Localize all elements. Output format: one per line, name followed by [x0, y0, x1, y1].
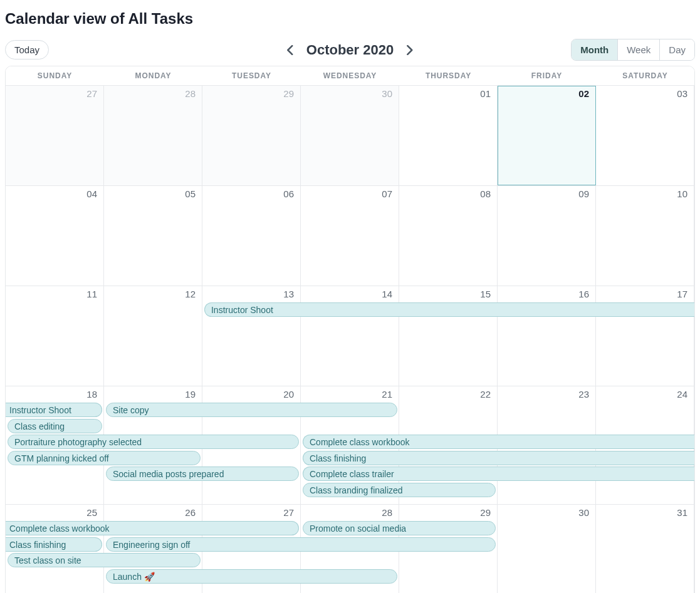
- day-cell[interactable]: 11: [6, 286, 104, 386]
- day-number: 09: [498, 188, 592, 199]
- day-number: 16: [498, 289, 592, 299]
- day-cell[interactable]: 02: [498, 86, 596, 185]
- event-bar[interactable]: Class editing: [8, 419, 102, 433]
- view-day-button[interactable]: Day: [659, 39, 694, 60]
- day-cell[interactable]: 31: [596, 505, 694, 593]
- event-bar[interactable]: Complete class workbook: [303, 435, 694, 449]
- event-bar[interactable]: Promote on social media: [303, 521, 496, 535]
- day-number: 06: [202, 188, 296, 199]
- day-cell[interactable]: 04: [6, 186, 104, 286]
- day-number: 30: [498, 507, 592, 518]
- day-cell[interactable]: 30: [498, 505, 596, 593]
- day-cell[interactable]: 08: [399, 186, 498, 286]
- calendar-week: 11121314151617Instructor Shoot: [6, 286, 694, 386]
- day-number: 18: [6, 389, 100, 400]
- day-number: 23: [498, 389, 592, 400]
- day-cell[interactable]: 13: [202, 286, 301, 386]
- day-cell[interactable]: 28: [104, 86, 202, 185]
- calendar-weeks: 2728293001020304050607080910111213141516…: [6, 85, 694, 593]
- event-bar[interactable]: Instructor Shoot: [204, 302, 694, 317]
- event-bar[interactable]: GTM planning kicked off: [8, 451, 201, 465]
- day-number: 02: [498, 88, 592, 99]
- day-number: 20: [202, 389, 296, 400]
- day-cell[interactable]: 05: [104, 186, 202, 286]
- chevron-left-icon: [286, 45, 293, 55]
- day-cell[interactable]: 16: [498, 286, 596, 386]
- day-cell[interactable]: 10: [596, 186, 694, 286]
- day-number: 28: [104, 88, 198, 99]
- day-cell[interactable]: 17: [596, 286, 694, 386]
- day-number: 01: [399, 88, 493, 99]
- event-bar[interactable]: Complete class workbook: [6, 521, 299, 535]
- chevron-right-icon: [407, 45, 414, 55]
- event-bar[interactable]: Engineering sign off: [106, 537, 496, 552]
- day-number: 14: [301, 289, 395, 299]
- event-bar[interactable]: Class branding finalized: [303, 483, 496, 497]
- dow-cell: SUNDAY: [6, 66, 104, 85]
- day-number: 04: [6, 188, 100, 199]
- day-of-week-header: SUNDAYMONDAYTUESDAYWEDNESDAYTHURSDAYFRID…: [6, 66, 694, 85]
- day-number: 29: [202, 88, 296, 99]
- day-number: 11: [6, 289, 100, 299]
- day-cell[interactable]: 06: [202, 186, 301, 286]
- prev-month-button[interactable]: [283, 43, 298, 58]
- day-number: 12: [104, 289, 198, 299]
- day-cell[interactable]: 12: [104, 286, 202, 386]
- current-month-label: October 2020: [306, 42, 394, 58]
- day-number: 31: [596, 507, 690, 518]
- event-bar[interactable]: Class finishing: [303, 451, 694, 465]
- day-cell[interactable]: 07: [301, 186, 399, 286]
- month-nav: October 2020: [283, 42, 417, 58]
- dow-cell: WEDNESDAY: [301, 66, 399, 85]
- day-number: 30: [301, 88, 395, 99]
- day-number: 17: [596, 289, 690, 299]
- day-number: 25: [6, 507, 100, 518]
- page-title: Calendar view of All Tasks: [5, 10, 695, 28]
- calendar-week: 18192021222324Instructor ShootSite copyC…: [6, 386, 694, 504]
- calendar-week: 04050607080910: [6, 185, 694, 286]
- day-number: 27: [6, 88, 100, 99]
- dow-cell: SATURDAY: [596, 66, 694, 85]
- day-number: 28: [301, 507, 395, 518]
- today-button[interactable]: Today: [5, 40, 49, 59]
- dow-cell: MONDAY: [104, 66, 202, 85]
- day-number: 07: [301, 188, 395, 199]
- day-number: 19: [104, 389, 198, 400]
- event-bar[interactable]: Test class on site: [8, 553, 201, 567]
- calendar-toolbar: Today October 2020 Month Week Day: [5, 39, 695, 61]
- calendar-grid: SUNDAYMONDAYTUESDAYWEDNESDAYTHURSDAYFRID…: [5, 66, 695, 593]
- event-bar[interactable]: Site copy: [106, 403, 397, 417]
- event-bar[interactable]: Class finishing: [6, 537, 102, 552]
- day-number: 27: [202, 507, 296, 518]
- day-number: 29: [399, 507, 493, 518]
- day-number: 24: [596, 389, 690, 400]
- day-cell[interactable]: 03: [596, 86, 694, 185]
- next-month-button[interactable]: [402, 43, 417, 58]
- view-toggle: Month Week Day: [571, 39, 695, 61]
- day-number: 03: [596, 88, 690, 99]
- day-cell[interactable]: 29: [202, 86, 301, 185]
- event-bar[interactable]: Instructor Shoot: [6, 403, 102, 417]
- day-number: 05: [104, 188, 198, 199]
- dow-cell: FRIDAY: [498, 66, 596, 85]
- day-cell[interactable]: 09: [498, 186, 596, 286]
- day-number: 26: [104, 507, 198, 518]
- calendar-week: 27282930010203: [6, 85, 694, 185]
- view-month-button[interactable]: Month: [572, 39, 617, 60]
- day-cell[interactable]: 27: [6, 86, 104, 185]
- view-week-button[interactable]: Week: [617, 39, 659, 60]
- day-number: 13: [202, 289, 296, 299]
- dow-cell: TUESDAY: [202, 66, 301, 85]
- day-number: 08: [399, 188, 493, 199]
- day-cell[interactable]: 01: [399, 86, 498, 185]
- event-bar[interactable]: Launch 🚀: [106, 569, 397, 584]
- event-bar[interactable]: Complete class trailer: [303, 467, 694, 481]
- day-cell[interactable]: 15: [399, 286, 498, 386]
- day-number: 22: [399, 389, 493, 400]
- day-number: 15: [399, 289, 493, 299]
- day-cell[interactable]: 14: [301, 286, 399, 386]
- day-cell[interactable]: 30: [301, 86, 399, 185]
- calendar-week: 25262728293031Complete class workbookPro…: [6, 504, 694, 593]
- event-bar[interactable]: Portraiture photography selected: [8, 435, 299, 449]
- event-bar[interactable]: Social media posts prepared: [106, 467, 299, 481]
